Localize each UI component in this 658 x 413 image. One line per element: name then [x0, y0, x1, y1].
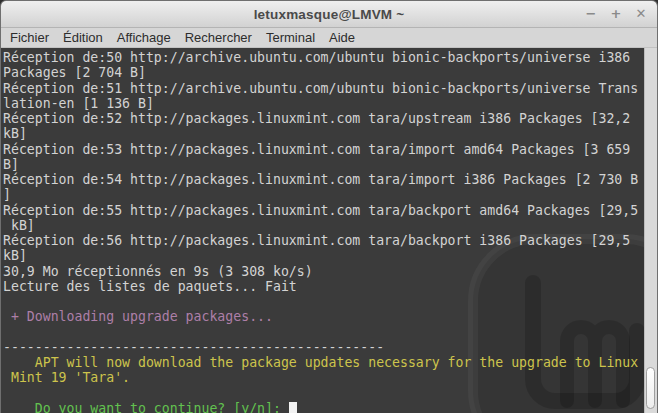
terminal-line: B]	[3, 157, 657, 172]
terminal-cursor	[289, 402, 297, 413]
terminal-line: Réception de:50 http://archive.ubuntu.co…	[3, 50, 657, 65]
menu-item-aide[interactable]: Aide	[322, 28, 362, 47]
menu-item-terminal[interactable]: Terminal	[259, 28, 322, 47]
terminal-line: + Downloading upgrade packages...	[3, 309, 657, 324]
menu-item-affichage[interactable]: Affichage	[110, 28, 178, 47]
menu-item-rechercher[interactable]: Rechercher	[178, 28, 259, 47]
terminal-line: Réception de:56 http://packages.linuxmin…	[3, 233, 657, 248]
terminal-line: ]	[3, 187, 657, 202]
window-controls: − + ✕	[583, 1, 649, 27]
terminal-line: Réception de:54 http://packages.linuxmin…	[3, 172, 657, 187]
terminal-line: Lecture des listes de paquets... Fait	[3, 279, 657, 294]
terminal-line: 30,9 Mo réceptionnés en 9s (3 308 ko/s)	[3, 264, 657, 279]
terminal: Réception de:50 http://archive.ubuntu.co…	[1, 48, 657, 413]
terminal-line: lation-en [1 136 B]	[3, 96, 657, 111]
terminal-window: letuxmasque@LMVM ~ − + ✕ FichierÉditionA…	[0, 0, 658, 413]
menubar: FichierÉditionAffichageRechercherTermina…	[1, 28, 657, 48]
scrollbar-track[interactable]	[644, 48, 657, 413]
terminal-line: Réception de:51 http://archive.ubuntu.co…	[3, 81, 657, 96]
terminal-line: Packages [2 704 B]	[3, 65, 657, 80]
titlebar[interactable]: letuxmasque@LMVM ~ − + ✕	[1, 1, 657, 28]
maximize-button[interactable]: +	[608, 6, 624, 22]
terminal-screen[interactable]: Réception de:50 http://archive.ubuntu.co…	[1, 48, 657, 413]
terminal-line: kB]	[3, 126, 657, 141]
terminal-line: kB]	[3, 248, 657, 263]
terminal-line: kB]	[3, 218, 657, 233]
terminal-line	[3, 386, 657, 401]
terminal-line	[3, 325, 657, 340]
minimize-button[interactable]: −	[583, 6, 599, 22]
menu-item-fichier[interactable]: Fichier	[3, 28, 56, 47]
terminal-line	[3, 294, 657, 309]
terminal-line: APT will now download the package update…	[3, 355, 657, 370]
window-title: letuxmasque@LMVM ~	[1, 7, 657, 22]
terminal-line: Do you want to continue? [y/n]:	[3, 401, 657, 413]
scrollbar-thumb[interactable]	[646, 367, 655, 409]
terminal-line: Réception de:53 http://packages.linuxmin…	[3, 142, 657, 157]
terminal-line: ----------------------------------------…	[3, 340, 657, 355]
menu-item-dition[interactable]: Édition	[56, 28, 110, 47]
close-button[interactable]: ✕	[633, 6, 649, 22]
terminal-line: Mint 19 'Tara'.	[3, 370, 657, 385]
terminal-line: Réception de:52 http://packages.linuxmin…	[3, 111, 657, 126]
terminal-line: Réception de:55 http://packages.linuxmin…	[3, 203, 657, 218]
